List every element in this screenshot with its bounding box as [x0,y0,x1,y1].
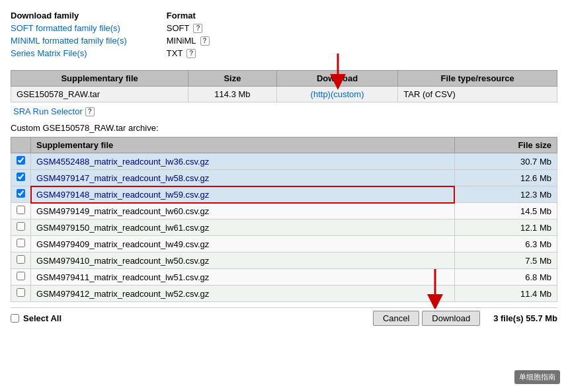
sra-run-selector-link[interactable]: SRA Run Selector [13,106,83,116]
txt-help-icon[interactable]: ? [186,49,196,58]
checkbox-cell [11,186,31,203]
custom-filename: GSM4979409_matrix_readcount_lw49.csv.gz [31,236,455,253]
supplementary-table: Supplementary file Size Download File ty… [11,70,557,102]
sra-help-icon[interactable]: ? [85,107,95,116]
custom-filesize: 7.5 Mb [454,253,557,269]
miniml-format: MINiML [167,36,196,46]
row-checkbox[interactable] [17,173,25,181]
custom-filesize: 12.6 Mb [454,170,557,186]
bottom-buttons: Cancel Download [373,311,480,326]
checkbox-cell [11,153,31,170]
custom-filesize: 14.5 Mb [454,203,557,219]
series-matrix-link[interactable]: Series Matrix File(s) [11,48,127,58]
supp-filetype: TAR (of CSV) [398,87,557,102]
table-row: GSM4979409_matrix_readcount_lw49.csv.gz6… [11,236,557,253]
row-checkbox[interactable] [17,156,25,165]
download-http-link[interactable]: (http) [311,89,331,99]
table-row: GSM4552488_matrix_readcount_lw36.csv.gz3… [11,153,557,170]
row-checkbox[interactable] [17,272,25,280]
format-list: SOFT ? MINiML ? TXT ? [167,23,246,58]
custom-filename: GSM4552488_matrix_readcount_lw36.csv.gz [31,153,455,170]
family-links: SOFT formatted family file(s) MINiML for… [11,23,127,58]
custom-filesize: 12.3 Mb [454,186,557,203]
sra-run-selector: SRA Run Selector ? [13,106,557,116]
row-checkbox[interactable] [17,239,25,247]
supp-col-filename: Supplementary file [11,71,188,87]
table-row: GSM4979412_matrix_readcount_lw52.csv.gz1… [11,286,557,302]
supp-filename: GSE150578_RAW.tar [11,87,188,102]
download-custom-link[interactable]: (custom) [331,89,364,99]
custom-filename: GSM4979412_matrix_readcount_lw52.csv.gz [31,286,455,302]
custom-col-filesize: File size [454,137,557,153]
soft-help-icon[interactable]: ? [193,24,202,33]
table-row: GSM4979149_matrix_readcount_lw60.csv.gz1… [11,203,557,219]
soft-format: SOFT [167,23,190,33]
download-family-title: Download family [11,11,127,20]
format-title: Format [167,11,246,20]
supp-download-cell: (http)(custom) [276,87,398,102]
custom-filename: GSM4979147_matrix_readcount_lw58.csv.gz [31,170,455,186]
download-button[interactable]: Download [422,311,480,326]
select-all-label[interactable]: Select All [23,313,61,323]
supp-size: 114.3 Mb [188,87,277,102]
row-checkbox[interactable] [17,222,25,231]
txt-format: TXT [167,48,183,58]
row-checkbox[interactable] [17,288,25,297]
checkbox-cell [11,170,31,186]
custom-filesize: 6.8 Mb [454,269,557,286]
supp-col-download: Download [276,71,398,87]
custom-filename: GSM4979149_matrix_readcount_lw60.csv.gz [31,203,455,219]
custom-filename: GSM4979150_matrix_readcount_lw61.csv.gz [31,219,455,236]
table-row: GSM4979411_matrix_readcount_lw51.csv.gz6… [11,269,557,286]
custom-filename: GSM4979411_matrix_readcount_lw51.csv.gz [31,269,455,286]
miniml-help-icon[interactable]: ? [200,36,210,46]
supp-col-size: Size [188,71,277,87]
miniml-link[interactable]: MINiML formatted family file(s) [11,36,127,46]
custom-col-check [11,137,31,153]
row-checkbox[interactable] [17,206,25,214]
bottom-bar: Select All Cancel Download 3 file(s) 55.… [11,307,557,329]
checkbox-cell [11,219,31,236]
custom-filesize: 30.7 Mb [454,153,557,170]
custom-archive-table: Supplementary file File size GSM4552488_… [11,137,557,302]
file-count: 3 file(s) 55.7 Mb [493,313,557,323]
custom-col-filename: Supplementary file [31,137,455,153]
checkbox-cell [11,269,31,286]
table-row: GSE150578_RAW.tar 114.3 Mb (http)(custom… [11,87,557,102]
custom-filesize: 6.3 Mb [454,236,557,253]
select-all-checkbox[interactable] [11,314,19,323]
archive-label: Custom GSE150578_RAW.tar archive: [11,123,557,133]
custom-filename: GSM4979148_matrix_readcount_lw59.csv.gz [31,186,455,203]
table-row: GSM4979410_matrix_readcount_lw50.csv.gz7… [11,253,557,269]
row-checkbox[interactable] [17,255,25,264]
checkbox-cell [11,236,31,253]
cancel-button[interactable]: Cancel [373,311,419,326]
soft-link[interactable]: SOFT formatted family file(s) [11,23,127,33]
custom-filename: GSM4979410_matrix_readcount_lw50.csv.gz [31,253,455,269]
row-checkbox[interactable] [17,189,25,198]
table-row: GSM4979148_matrix_readcount_lw59.csv.gz1… [11,186,557,203]
table-row: GSM4979150_matrix_readcount_lw61.csv.gz1… [11,219,557,236]
checkbox-cell [11,253,31,269]
table-row: GSM4979147_matrix_readcount_lw58.csv.gz1… [11,170,557,186]
custom-filesize: 11.4 Mb [454,286,557,302]
custom-filesize: 12.1 Mb [454,219,557,236]
checkbox-cell [11,286,31,302]
checkbox-cell [11,203,31,219]
supp-col-filetype: File type/resource [398,71,557,87]
